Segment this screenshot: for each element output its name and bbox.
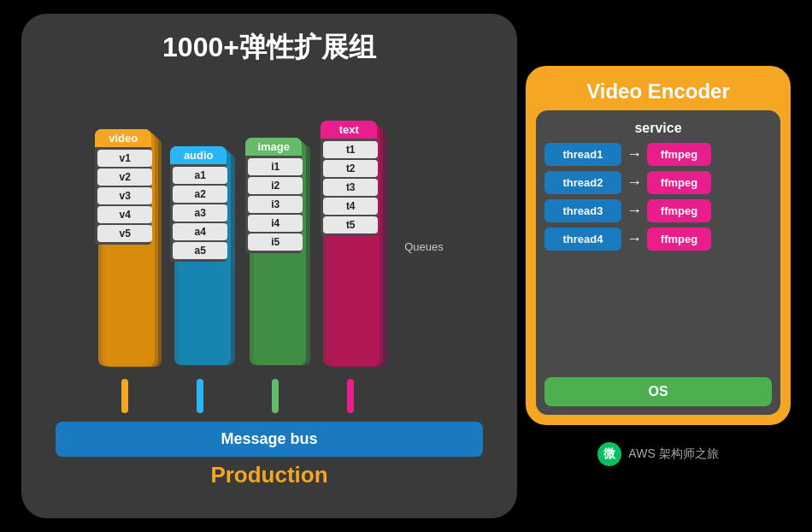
- wechat-icon: 微: [597, 442, 621, 466]
- image-connector: [272, 379, 279, 413]
- thread3-btn: thread3: [544, 199, 621, 222]
- ffmpeg2-btn: ffmpeg: [647, 171, 711, 194]
- ffmpeg1-btn: ffmpeg: [647, 143, 711, 166]
- os-bar: OS: [544, 377, 772, 406]
- video-connector: [121, 379, 128, 413]
- branding-text: AWS 架构师之旅: [628, 446, 718, 462]
- queues-area: video v1 v2 v3 v4 v5: [78, 80, 461, 413]
- thread1-btn: thread1: [544, 143, 621, 166]
- audio-queue-col: audio a1 a2 a3 a4 a5: [170, 146, 230, 413]
- production-label: Production: [56, 462, 483, 488]
- left-panel: 1000+弹性扩展组 video v1 v2 v3: [21, 14, 517, 518]
- v5: v5: [97, 225, 152, 242]
- thread-row-4: thread4 → ffmpeg: [544, 228, 772, 251]
- v3: v3: [97, 187, 152, 204]
- v4: v4: [97, 206, 152, 223]
- thread-row-3: thread3 → ffmpeg: [544, 199, 772, 222]
- message-bus-bar: Message bus: [56, 422, 483, 457]
- message-bus-section: Message bus Production: [56, 422, 483, 488]
- branding: 微 AWS 架构师之旅: [597, 442, 718, 466]
- thread-row-2: thread2 → ffmpeg: [544, 171, 772, 194]
- arrow-3: →: [627, 202, 642, 220]
- thread4-btn: thread4: [544, 228, 621, 251]
- audio-connector: [197, 379, 203, 413]
- ffmpeg3-btn: ffmpeg: [647, 199, 711, 222]
- right-section: Video Encoder service thread1 → ffmpeg t…: [526, 66, 791, 466]
- image-queue-col: image i1 i2 i3 i4 i5: [245, 138, 305, 413]
- image-header: image: [245, 138, 302, 156]
- right-panel: Video Encoder service thread1 → ffmpeg t…: [526, 66, 791, 425]
- service-label: service: [544, 121, 772, 136]
- service-box: service thread1 → ffmpeg thread2 → ffmpe…: [536, 110, 780, 415]
- left-title: 1000+弹性扩展组: [162, 29, 376, 67]
- thread2-btn: thread2: [544, 171, 621, 194]
- audio-header: audio: [170, 146, 227, 164]
- v1: v1: [97, 150, 152, 167]
- v2: v2: [97, 168, 152, 186]
- threads-area: thread1 → ffmpeg thread2 → ffmpeg thread…: [544, 143, 772, 370]
- video-header: video: [95, 129, 151, 147]
- right-title: Video Encoder: [586, 80, 730, 103]
- text-connector: [347, 379, 354, 413]
- arrow-1: →: [627, 145, 642, 163]
- ffmpeg4-btn: ffmpeg: [647, 228, 711, 251]
- video-queue-col: video v1 v2 v3 v4 v5: [95, 129, 155, 413]
- queues-label: Queues: [404, 240, 444, 253]
- text-queue-col: text t1 t2 t3 t4 t5: [321, 121, 380, 413]
- thread-row-1: thread1 → ffmpeg: [544, 143, 772, 166]
- main-container: 1000+弹性扩展组 video v1 v2 v3: [0, 0, 812, 532]
- arrow-2: →: [627, 174, 642, 192]
- arrow-4: →: [627, 230, 642, 248]
- text-header: text: [321, 121, 377, 139]
